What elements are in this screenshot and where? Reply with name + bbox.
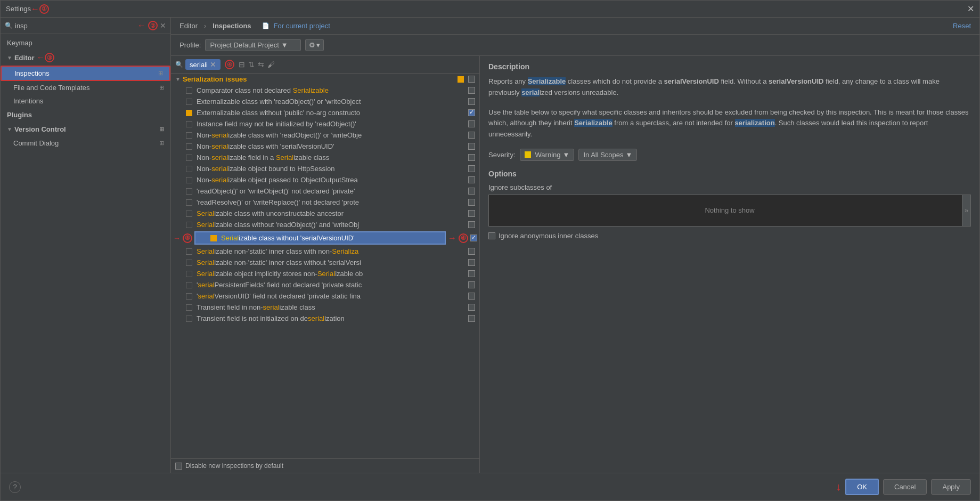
severity-dot	[186, 87, 192, 94]
list-item-selected[interactable]: Serializable class without 'serialVersio…	[194, 231, 446, 245]
search-annotation-arrow: ←	[137, 21, 146, 30]
sidebar-item-commit-dialog[interactable]: Commit Dialog ⊞	[1, 136, 170, 150]
filter-icon[interactable]: ⊟	[239, 60, 245, 69]
sidebar-item-keymap[interactable]: Keymap	[1, 36, 170, 50]
list-item[interactable]: Serializable non-'static' inner class wi…	[171, 246, 479, 257]
item-checkbox[interactable]	[468, 293, 475, 300]
severity-dot	[186, 293, 192, 300]
item-checkbox[interactable]	[468, 199, 475, 206]
ignore-anonymous-checkbox[interactable]	[488, 232, 495, 239]
list-item[interactable]: Comparator class not declared Serializab…	[171, 85, 479, 96]
list-item[interactable]: Serializable class with unconstructable …	[171, 208, 479, 219]
settings-dialog: Settings ← ① ✕ 🔍 ← ② ✕ Keymap	[0, 0, 980, 501]
item-checkbox[interactable]	[468, 143, 475, 150]
item-checkbox[interactable]	[468, 87, 475, 94]
list-item[interactable]: Serializable class without 'readObject()…	[171, 219, 479, 230]
list-item[interactable]: Serializable non-'static' inner class wi…	[171, 257, 479, 268]
severity-select[interactable]: Warning ▼	[520, 149, 575, 161]
sidebar-section-plugins[interactable]: Plugins	[1, 108, 170, 122]
annotation-1: ①	[39, 4, 49, 14]
list-item[interactable]: 'serialPersistentFields' field not decla…	[171, 279, 479, 290]
scope-value: In All Scopes	[583, 151, 623, 159]
item-checkbox[interactable]	[468, 210, 475, 217]
item-checkbox[interactable]	[468, 188, 475, 195]
cancel-button[interactable]: Cancel	[883, 479, 927, 495]
item-checkbox[interactable]	[468, 120, 475, 127]
list-item[interactable]: Transient field is not initialized on de…	[171, 313, 479, 324]
list-item[interactable]: Instance field may not be initialized by…	[171, 118, 479, 130]
item-checkbox[interactable]	[468, 304, 475, 311]
list-item[interactable]: Non-serializable object passed to Object…	[171, 174, 479, 185]
insp-search-icon: 🔍	[175, 61, 183, 68]
close-button[interactable]: ✕	[967, 4, 974, 14]
item-checkbox[interactable]	[468, 315, 475, 322]
ok-button[interactable]: OK	[845, 479, 879, 495]
help-button[interactable]: ?	[9, 481, 21, 493]
disable-inspections-checkbox[interactable]	[175, 463, 182, 470]
search-clear-button[interactable]: ✕	[160, 21, 166, 30]
item-checkbox[interactable]	[468, 281, 475, 288]
sidebar-item-intentions[interactable]: Intentions	[1, 94, 170, 108]
list-item[interactable]: Non-serializable object bound to HttpSes…	[171, 163, 479, 174]
list-item[interactable]: Non-serializable class with 'readObject(…	[171, 130, 479, 141]
severity-dot	[186, 304, 192, 311]
reset-button[interactable]: Reset	[953, 22, 971, 30]
list-item[interactable]: Serializable object implicitly stores no…	[171, 268, 479, 279]
sort-icon[interactable]: ⇅	[248, 60, 255, 69]
selected-item-checkbox[interactable]	[470, 235, 477, 241]
profile-select[interactable]: Project Default Project ▼	[205, 39, 301, 51]
item-name: Serializable non-'static' inner class wi…	[197, 247, 466, 255]
gear-button[interactable]: ⚙ ▾	[305, 39, 324, 51]
search-tag-text: seriali	[190, 61, 208, 69]
table-scroll-button[interactable]: »	[962, 195, 970, 226]
apply-button[interactable]: Apply	[931, 479, 971, 495]
item-checkbox[interactable]	[468, 176, 475, 183]
item-checkbox[interactable]	[468, 165, 475, 172]
scope-chevron-icon: ▼	[626, 151, 633, 159]
breadcrumb-separator: ›	[204, 22, 206, 30]
sidebar-item-file-code-templates[interactable]: File and Code Templates ⊞	[1, 81, 170, 94]
list-item[interactable]: Externalizable class without 'public' no…	[171, 107, 479, 118]
search-tag-clear[interactable]: ✕	[210, 60, 216, 69]
severity-label: Severity:	[488, 151, 516, 159]
item-checkbox[interactable]	[468, 98, 475, 105]
list-item[interactable]: 'readObject()' or 'writeObject()' not de…	[171, 185, 479, 197]
severity-dot	[186, 248, 192, 255]
item-checkbox[interactable]	[468, 270, 475, 277]
item-checkbox[interactable]	[468, 109, 475, 116]
item-checkbox[interactable]	[468, 259, 475, 266]
editor-annotation-arrow: ←	[36, 53, 45, 62]
title-text: Settings	[6, 5, 31, 13]
brush-icon[interactable]: 🖌	[267, 60, 275, 69]
sidebar-item-inspections[interactable]: Inspections ⊞	[1, 66, 170, 81]
item-checkbox[interactable]	[468, 248, 475, 255]
item-name: Instance field may not be initialized by…	[197, 120, 466, 128]
inspection-footer: Disable new inspections by default	[171, 458, 479, 473]
question-mark-icon: ?	[13, 483, 17, 491]
annotation-5: ⑤	[183, 233, 192, 243]
group-checkbox[interactable]	[468, 76, 475, 83]
search-input[interactable]	[15, 22, 135, 30]
list-item[interactable]: Externalizable class with 'readObject()'…	[171, 96, 479, 107]
list-item[interactable]: Non-serializable class with 'serialVersi…	[171, 141, 479, 152]
item-name: Serializable class without 'serialVersio…	[221, 234, 440, 242]
list-item[interactable]: 'readResolve()' or 'writeReplace()' not …	[171, 197, 479, 208]
annotation-6: ⑥	[459, 233, 468, 243]
severity-dot	[186, 188, 192, 195]
annotation-4: ④	[225, 60, 234, 69]
scope-select[interactable]: In All Scopes ▼	[578, 149, 637, 161]
sort2-icon[interactable]: ⇆	[258, 60, 264, 69]
breadcrumb-active: Inspections	[213, 22, 251, 30]
list-item[interactable]: Transient field in non-serializable clas…	[171, 302, 479, 313]
annotation-3: ③	[45, 53, 54, 62]
item-checkbox[interactable]	[468, 154, 475, 161]
item-checkbox[interactable]	[468, 221, 475, 228]
list-item[interactable]: Non-serializable field in a Serializable…	[171, 152, 479, 163]
inspection-group-header[interactable]: ▼ Serialization issues	[171, 74, 479, 85]
item-name: Non-serializable class with 'readObject(…	[197, 131, 466, 139]
description-text-2: Use the table below to specify what spec…	[488, 107, 971, 140]
sidebar-section-editor[interactable]: ▼ Editor ← ③	[1, 50, 170, 66]
sidebar-section-version-control[interactable]: ▼ Version Control ⊞	[1, 122, 170, 136]
item-checkbox[interactable]	[468, 132, 475, 139]
list-item[interactable]: 'serialVersionUID' field not declared 'p…	[171, 290, 479, 302]
